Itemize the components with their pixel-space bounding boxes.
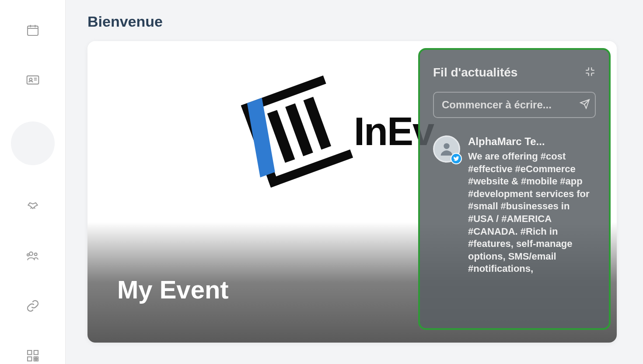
qr-code-icon	[26, 349, 40, 363]
post-author: AlphaMarc Te...	[468, 135, 596, 148]
sidebar-item-id-card[interactable]	[20, 72, 46, 89]
svg-rect-17	[36, 359, 38, 361]
post-text: We are offering #cost #effective #eComme…	[468, 150, 596, 275]
svg-point-12	[27, 254, 29, 256]
news-feed-panel: Fil d'actualités	[418, 48, 611, 330]
svg-rect-19	[36, 357, 38, 358]
link-icon	[26, 299, 40, 313]
svg-rect-16	[34, 357, 35, 358]
svg-rect-4	[27, 76, 38, 84]
main-content: Bienvenue InEv My Event Fil d'actualités	[66, 0, 643, 364]
svg-point-5	[29, 78, 32, 81]
sidebar	[0, 0, 66, 364]
brand-logo: InEv	[253, 88, 433, 175]
svg-point-10	[29, 252, 33, 256]
svg-rect-18	[34, 359, 35, 361]
svg-point-20	[444, 143, 449, 149]
svg-point-11	[34, 253, 37, 256]
collapse-icon[interactable]	[584, 66, 596, 79]
event-title: My Event	[117, 275, 229, 304]
sidebar-item-group[interactable]	[20, 247, 46, 264]
avatar	[433, 135, 460, 163]
calendar-icon	[26, 23, 40, 37]
sidebar-item-monitor[interactable]	[11, 121, 55, 165]
handshake-icon	[26, 199, 40, 213]
compose-input[interactable]	[442, 99, 580, 111]
twitter-icon	[451, 153, 462, 164]
svg-rect-15	[28, 357, 31, 361]
feed-post[interactable]: AlphaMarc Te... We are offering #cost #e…	[433, 135, 596, 275]
group-icon	[26, 249, 40, 263]
svg-rect-0	[28, 26, 38, 35]
sidebar-item-handshake[interactable]	[20, 198, 46, 215]
sidebar-item-link[interactable]	[20, 297, 46, 314]
news-feed-title: Fil d'actualités	[433, 66, 517, 80]
id-card-icon	[26, 73, 40, 87]
svg-rect-13	[28, 350, 31, 354]
send-icon[interactable]	[580, 99, 590, 111]
sidebar-item-qr-code[interactable]	[20, 347, 46, 364]
event-card[interactable]: InEv My Event Fil d'actualités	[87, 41, 617, 343]
sidebar-item-calendar[interactable]	[20, 22, 46, 39]
compose-box[interactable]	[433, 92, 596, 118]
svg-rect-14	[34, 350, 38, 354]
page-title: Bienvenue	[87, 13, 621, 30]
